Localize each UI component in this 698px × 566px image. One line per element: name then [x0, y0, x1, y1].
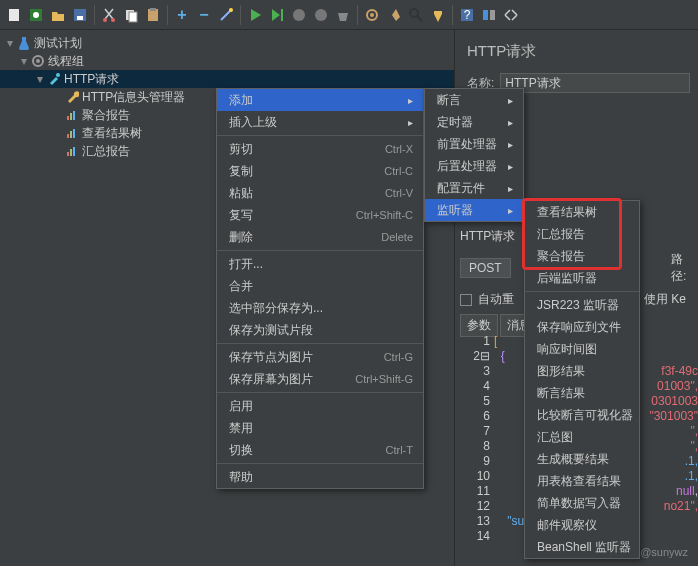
listener-item[interactable]: 汇总图: [525, 426, 639, 448]
menu-save-selection[interactable]: 选中部分保存为...: [217, 297, 423, 319]
stop-icon[interactable]: [289, 5, 309, 25]
gear-icon[interactable]: [362, 5, 382, 25]
broom-icon[interactable]: [384, 5, 404, 25]
menu-duplicate[interactable]: 复写Ctrl+Shift-C: [217, 204, 423, 226]
tree-label: 聚合报告: [82, 107, 130, 124]
method-select[interactable]: POST: [460, 258, 511, 278]
svg-rect-29: [70, 131, 72, 138]
path-label: 路径:: [671, 251, 698, 285]
listener-item[interactable]: 生成概要结果: [525, 448, 639, 470]
menu-insert-parent[interactable]: 插入上级▸: [217, 111, 423, 133]
listener-item[interactable]: 保存响应到文件: [525, 316, 639, 338]
svg-point-24: [56, 73, 60, 77]
open-icon[interactable]: [48, 5, 68, 25]
svg-rect-25: [67, 116, 69, 120]
svg-rect-33: [73, 147, 75, 156]
paste-icon[interactable]: [143, 5, 163, 25]
submenu-postprocessors[interactable]: 后置处理器▸: [425, 155, 523, 177]
submenu-preprocessors[interactable]: 前置处理器▸: [425, 133, 523, 155]
svg-rect-27: [73, 111, 75, 120]
flask-icon: [16, 35, 32, 51]
stop-all-icon[interactable]: [311, 5, 331, 25]
tree-root[interactable]: ▾测试计划: [0, 34, 454, 52]
chart-icon: [64, 107, 80, 123]
clear2-icon[interactable]: [428, 5, 448, 25]
submenu-assertions[interactable]: 断言▸: [425, 89, 523, 111]
clear-icon[interactable]: [333, 5, 353, 25]
tree-label: 查看结果树: [82, 125, 142, 142]
cut-icon[interactable]: [99, 5, 119, 25]
plus-icon[interactable]: +: [172, 5, 192, 25]
listener-item[interactable]: 查看结果树: [525, 201, 639, 223]
new-icon[interactable]: [4, 5, 24, 25]
tree-label: 线程组: [48, 53, 84, 70]
submenu-timers[interactable]: 定时器▸: [425, 111, 523, 133]
chart-icon: [64, 143, 80, 159]
listener-item[interactable]: 用表格查看结果: [525, 470, 639, 492]
listener-item[interactable]: 汇总报告: [525, 223, 639, 245]
tree-label: 测试计划: [34, 35, 82, 52]
tree-http[interactable]: ▾HTTP请求: [0, 70, 454, 88]
listener-item[interactable]: BeanShell 监听器: [525, 536, 639, 558]
line-gutter: 12⊟34567891011121314: [466, 334, 490, 544]
listener-item[interactable]: 简单数据写入器: [525, 492, 639, 514]
listener-item[interactable]: 邮件观察仪: [525, 514, 639, 536]
svg-rect-32: [70, 149, 72, 156]
save-icon[interactable]: [70, 5, 90, 25]
svg-rect-26: [70, 113, 72, 120]
listener-item[interactable]: 响应时间图: [525, 338, 639, 360]
auto-label: 自动重: [478, 291, 514, 308]
menu-delete[interactable]: 删除Delete: [217, 226, 423, 248]
listener-item[interactable]: 聚合报告: [525, 245, 639, 267]
submenu-config[interactable]: 配置元件▸: [425, 177, 523, 199]
tree-threadgroup[interactable]: ▾线程组: [0, 52, 454, 70]
template-icon[interactable]: [26, 5, 46, 25]
menu-paste[interactable]: 粘贴Ctrl-V: [217, 182, 423, 204]
gear-icon: [30, 53, 46, 69]
listener-item[interactable]: 后端监听器: [525, 267, 639, 289]
wrench-icon: [64, 89, 80, 105]
menu-disable[interactable]: 禁用: [217, 417, 423, 439]
menu-enable[interactable]: 启用: [217, 395, 423, 417]
svg-rect-12: [281, 9, 283, 21]
listener-item[interactable]: JSR223 监听器: [525, 294, 639, 316]
submenu-listeners[interactable]: 监听器▸: [425, 199, 523, 221]
listener-item[interactable]: 断言结果: [525, 382, 639, 404]
menu-help[interactable]: 帮助: [217, 466, 423, 488]
chart-icon: [64, 125, 80, 141]
svg-point-13: [293, 9, 305, 21]
menu-copy[interactable]: 复制Ctrl-C: [217, 160, 423, 182]
menu-open[interactable]: 打开...: [217, 253, 423, 275]
tree-label: HTTP请求: [64, 71, 119, 88]
toggle-icon[interactable]: [479, 5, 499, 25]
listener-item[interactable]: 图形结果: [525, 360, 639, 382]
svg-point-14: [315, 9, 327, 21]
find-icon[interactable]: [406, 5, 426, 25]
submenu-add: 断言▸ 定时器▸ 前置处理器▸ 后置处理器▸ 配置元件▸ 监听器▸: [424, 88, 524, 222]
run-next-icon[interactable]: [267, 5, 287, 25]
tree-label: 汇总报告: [82, 143, 130, 160]
auto-redirect-checkbox[interactable]: [460, 294, 472, 306]
svg-point-23: [36, 59, 40, 63]
panel-title: HTTP请求: [467, 42, 690, 61]
tree-label: HTTP信息头管理器: [82, 89, 185, 106]
run-icon[interactable]: [245, 5, 265, 25]
menu-toggle[interactable]: 切换Ctrl-T: [217, 439, 423, 461]
menu-merge[interactable]: 合并: [217, 275, 423, 297]
copy-icon[interactable]: [121, 5, 141, 25]
svg-rect-28: [67, 134, 69, 138]
wand-icon[interactable]: [216, 5, 236, 25]
menu-save-node-image[interactable]: 保存节点为图片Ctrl-G: [217, 346, 423, 368]
menu-save-fragment[interactable]: 保存为测试片段: [217, 319, 423, 341]
expand-icon[interactable]: [501, 5, 521, 25]
name-input[interactable]: [500, 73, 690, 93]
svg-point-6: [111, 18, 115, 22]
menu-save-screen-image[interactable]: 保存屏幕为图片Ctrl+Shift-G: [217, 368, 423, 390]
keepalive-label: 使用 Ke: [644, 291, 686, 308]
menu-add[interactable]: 添加▸: [217, 89, 423, 111]
svg-rect-21: [490, 10, 495, 20]
menu-cut[interactable]: 剪切Ctrl-X: [217, 138, 423, 160]
help-icon[interactable]: ?: [457, 5, 477, 25]
listener-item[interactable]: 比较断言可视化器: [525, 404, 639, 426]
minus-icon[interactable]: −: [194, 5, 214, 25]
